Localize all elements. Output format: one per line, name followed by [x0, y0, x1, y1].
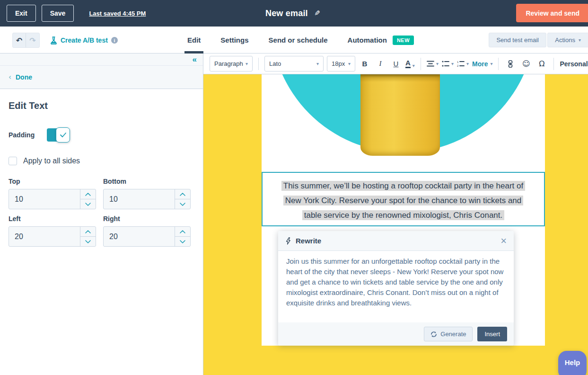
rewrite-suggestion-text[interactable]: Join us this summer for an unforgettable… — [278, 251, 514, 322]
redo-icon[interactable]: ↷ — [26, 33, 39, 47]
top-padding-input[interactable]: 10 — [9, 189, 96, 209]
last-saved-link[interactable]: Last saved 4:45 PM — [89, 10, 146, 17]
stepper — [80, 227, 96, 246]
exit-button[interactable]: Exit — [7, 5, 36, 22]
personalize-button[interactable]: Personalize — [560, 60, 588, 68]
tab-edit[interactable]: Edit — [187, 27, 201, 54]
edit-text-sidebar: « ‹ Done Edit Text Padding Apply — [0, 54, 203, 375]
chevron-down-icon: ▾ — [466, 61, 469, 66]
undo-icon[interactable]: ↶ — [13, 33, 26, 47]
rewrite-popup-footer: Generate Insert — [278, 322, 514, 346]
stepper-up-icon[interactable] — [80, 227, 96, 237]
bottom-padding-input[interactable]: 10 — [103, 189, 191, 209]
numbered-list-button[interactable]: 1 2 ▾ — [457, 61, 469, 67]
chevron-down-icon: ▾ — [246, 61, 248, 66]
stepper-up-icon[interactable] — [80, 189, 96, 199]
stepper-down-icon[interactable] — [175, 199, 190, 209]
underline-button[interactable]: U — [390, 57, 402, 71]
apply-all-sides-label: Apply to all sides — [23, 157, 80, 165]
link-icon[interactable] — [504, 57, 517, 71]
font-family-select[interactable]: Lato ▾ — [264, 56, 324, 71]
svg-text:1: 1 — [457, 61, 459, 63]
top-bar: Exit Save Last saved 4:45 PM New email ✎… — [0, 0, 588, 27]
edit-title-pencil-icon[interactable]: ✎ — [315, 9, 321, 18]
chevron-down-icon: ▾ — [348, 61, 351, 66]
field-value: 10 — [15, 189, 23, 209]
tab-send-or-schedule[interactable]: Send or schedule — [269, 27, 328, 54]
toolbar-divider — [421, 58, 421, 70]
font-color-button[interactable]: A ▾ — [405, 59, 415, 69]
paragraph-style-select[interactable]: Paragraph ▾ — [210, 56, 253, 71]
actions-dropdown[interactable]: Actions ▾ — [547, 33, 588, 47]
stepper-up-icon[interactable] — [175, 227, 190, 237]
help-button[interactable]: Help — [558, 351, 587, 375]
more-label: More — [472, 60, 488, 68]
create-ab-test-button[interactable]: Create A/B test i — [50, 33, 118, 48]
rewrite-title: Rewrite — [296, 237, 321, 245]
more-dropdown[interactable]: More ▾ — [472, 60, 492, 68]
new-badge: NEW — [393, 36, 414, 45]
apply-all-sides-checkbox[interactable] — [9, 157, 17, 165]
font-size-value: 18px — [332, 60, 345, 67]
field-label: Top — [9, 178, 96, 185]
stepper-down-icon[interactable] — [80, 237, 96, 246]
collapse-sidebar-icon[interactable]: « — [193, 55, 197, 63]
refresh-icon — [430, 331, 437, 338]
bulleted-list-icon — [442, 61, 449, 67]
chevron-down-icon: ▾ — [412, 63, 415, 68]
numbered-list-icon: 1 2 — [457, 61, 465, 67]
toolbar-divider — [553, 58, 554, 70]
stepper-down-icon[interactable] — [175, 237, 190, 246]
paragraph-style-value: Paragraph — [214, 60, 243, 67]
stepper-up-icon[interactable] — [175, 189, 190, 199]
field-value: 20 — [109, 227, 118, 246]
rewrite-popup: Rewrite × Join us this summer for an unf… — [278, 231, 514, 346]
sidebar-collapse-strip: « — [0, 54, 203, 66]
emoji-icon[interactable]: ☺ — [520, 57, 532, 71]
toolbar-divider — [498, 58, 499, 70]
email-text-line: This summer, we’ll be hosting a rooftop … — [281, 181, 525, 191]
generate-button[interactable]: Generate — [424, 327, 473, 341]
create-ab-test-label: Create A/B test — [61, 36, 108, 44]
bold-button[interactable]: B — [359, 57, 371, 71]
email-title: New email — [265, 9, 308, 18]
toolbar-divider — [258, 58, 259, 70]
font-size-select[interactable]: 18px ▾ — [327, 56, 355, 71]
padding-toggle[interactable] — [47, 128, 69, 142]
special-character-icon[interactable]: Ω — [535, 57, 548, 71]
rewrite-popup-header: Rewrite × — [278, 231, 514, 251]
done-back-button[interactable]: ‹ Done — [0, 66, 203, 89]
bulleted-list-button[interactable]: ▾ — [442, 61, 454, 67]
info-icon[interactable]: i — [111, 37, 118, 44]
padding-toggle-knob — [56, 127, 70, 143]
check-icon — [60, 133, 66, 137]
undo-redo-group: ↶ ↷ — [12, 33, 40, 48]
padding-field-bottom: Bottom 10 — [103, 178, 191, 209]
italic-button[interactable]: I — [374, 57, 386, 71]
editor-sub-bar: ↶ ↷ Create A/B test i Edit Settings Send… — [0, 27, 588, 54]
review-and-send-button[interactable]: Review and send — [516, 4, 588, 22]
insert-button[interactable]: Insert — [477, 327, 507, 341]
stepper-down-icon[interactable] — [80, 199, 96, 209]
stepper — [175, 189, 190, 209]
left-padding-input[interactable]: 20 — [9, 226, 96, 247]
tab-automation[interactable]: Automation NEW — [348, 27, 414, 54]
right-padding-input[interactable]: 20 — [103, 226, 191, 247]
svg-text:2: 2 — [457, 64, 459, 67]
stepper — [175, 227, 190, 246]
panel-heading: Edit Text — [9, 100, 194, 111]
tab-settings[interactable]: Settings — [220, 27, 248, 54]
font-family-value: Lato — [269, 60, 281, 67]
email-editor-app: Exit Save Last saved 4:45 PM New email ✎… — [0, 0, 588, 375]
stepper — [80, 189, 96, 209]
align-button[interactable]: ▾ — [427, 61, 439, 67]
send-test-email-button[interactable]: Send test email — [489, 33, 546, 47]
padding-field-left: Left 20 — [9, 215, 96, 247]
close-icon[interactable]: × — [500, 236, 507, 246]
save-button[interactable]: Save — [42, 5, 74, 22]
field-value: 20 — [15, 227, 23, 246]
selected-text-block[interactable]: This summer, we’ll be hosting a rooftop … — [262, 172, 545, 226]
email-canvas: This summer, we’ll be hosting a rooftop … — [203, 74, 588, 375]
field-label: Right — [103, 215, 191, 223]
chevron-down-icon: ▾ — [579, 37, 581, 43]
